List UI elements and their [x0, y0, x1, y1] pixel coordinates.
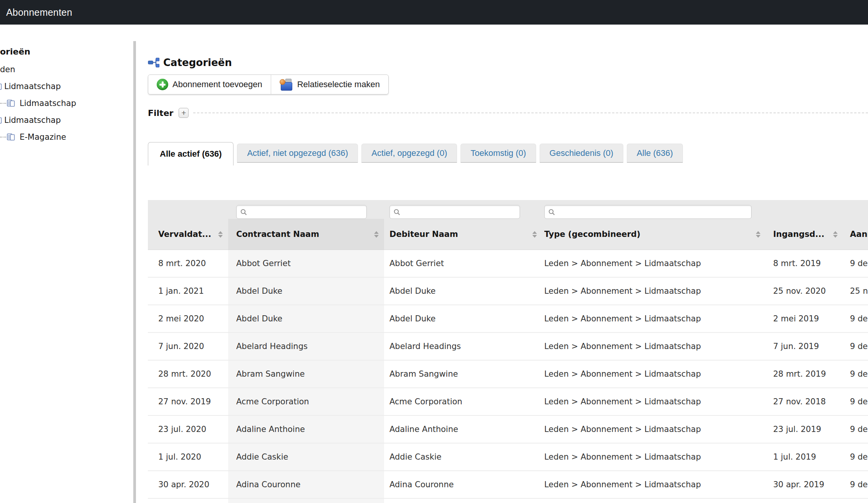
- column-header-vervaldatum[interactable]: Vervaldat...: [148, 219, 228, 250]
- status-tabs: Alle actief (636) Actief, niet opgezegd …: [148, 142, 868, 165]
- column-search-row: [148, 200, 868, 219]
- panel-resize-handle[interactable]: [133, 41, 136, 503]
- tree-branch-dots: [0, 103, 6, 104]
- column-header-contractant-naam[interactable]: Contractant Naam: [228, 219, 384, 250]
- column-header-row: Vervaldat... Contractant Naam Debiteur N…: [148, 219, 868, 250]
- tree-item-label: E-Magazine: [20, 132, 66, 142]
- filter-add-button[interactable]: +: [179, 108, 189, 118]
- table-header: Vervaldat... Contractant Naam Debiteur N…: [148, 200, 868, 250]
- category-tree-panel: orieën den Lidmaatschap Lidmaatschap: [0, 25, 133, 503]
- tree-item-label: den: [0, 65, 15, 74]
- section-heading: Categorieën: [148, 57, 868, 68]
- add-plus-icon: [157, 79, 168, 90]
- filter-dashed-divider: [193, 113, 868, 113]
- tab-geschiedenis[interactable]: Geschiedenis (0): [540, 144, 623, 163]
- sort-icon: [532, 231, 537, 238]
- table-row[interactable]: 7 jun. 2020 Abelard Headings Abelard Hea…: [148, 332, 868, 360]
- table-row[interactable]: 23 jul. 2020 Adaline Anthoine Adaline An…: [148, 415, 868, 443]
- subscriptions-table: Vervaldat... Contractant Naam Debiteur N…: [148, 200, 868, 503]
- tree-item-e-magazine[interactable]: E-Magazine: [0, 129, 133, 146]
- column-header-aanmaakdatum[interactable]: Aanm: [843, 219, 868, 250]
- tab-toekomstig[interactable]: Toekomstig (0): [461, 144, 536, 163]
- pages-icon: [0, 116, 2, 124]
- tab-actief-niet-opgezegd[interactable]: Actief, niet opgezegd (636): [237, 144, 358, 163]
- table-body: 8 mrt. 2020 Abbot Gerriet Abbot Gerriet …: [148, 250, 868, 503]
- sitemap-icon: [148, 57, 159, 68]
- make-relation-selection-button[interactable]: Relatieselectie maken: [271, 75, 388, 94]
- main-content: Categorieën Abonnement toevoegen Relatie…: [137, 25, 868, 503]
- table-row[interactable]: 27 nov. 2019 Acme Corporation Acme Corpo…: [148, 387, 868, 415]
- search-debiteur-input[interactable]: [389, 205, 520, 219]
- tree-item-lidmaatschap-1[interactable]: Lidmaatschap: [0, 78, 133, 95]
- sort-icon: [833, 231, 838, 238]
- table-row[interactable]: 30 jan. 2020 Agna Daft Agna Daft Leden >…: [148, 498, 868, 503]
- column-header-type[interactable]: Type (gecombineerd): [542, 219, 766, 250]
- search-type-input[interactable]: [544, 205, 752, 219]
- search-contractant-input[interactable]: [236, 205, 367, 219]
- plus-glyph-icon: +: [181, 108, 186, 117]
- tree-item-label: Lidmaatschap: [4, 116, 61, 125]
- column-header-ingangsdatum[interactable]: Ingangsd...: [766, 219, 843, 250]
- pages-icon: [7, 133, 15, 141]
- tab-alle[interactable]: Alle (636): [627, 144, 683, 163]
- tree-item-label: Lidmaatschap: [20, 99, 76, 108]
- page-title: Abonnementen: [6, 7, 72, 18]
- tree-heading: orieën: [0, 47, 133, 56]
- add-subscription-button[interactable]: Abonnement toevoegen: [148, 75, 271, 94]
- column-header-debiteur-naam[interactable]: Debiteur Naam: [384, 219, 542, 250]
- section-heading-title: Categorieën: [163, 57, 232, 68]
- table-row[interactable]: 2 mei 2020 Abdel Duke Abdel Duke Leden >…: [148, 304, 868, 332]
- filter-bar: Filter +: [148, 108, 868, 118]
- tree-item-lidmaatschap-2[interactable]: Lidmaatschap: [0, 95, 133, 112]
- table-row[interactable]: 28 mrt. 2020 Abram Sangwine Abram Sangwi…: [148, 360, 868, 387]
- tree-item-lidmaatschap-3[interactable]: Lidmaatschap: [0, 112, 133, 129]
- table-row[interactable]: 1 jan. 2021 Abdel Duke Abdel Duke Leden …: [148, 277, 868, 304]
- tree-item-label: Lidmaatschap: [4, 82, 61, 91]
- tree-item-leden[interactable]: den: [0, 61, 133, 78]
- table-row[interactable]: 30 apr. 2020 Adina Couronne Adina Couron…: [148, 470, 868, 498]
- pages-icon: [0, 83, 2, 90]
- pages-icon: [7, 99, 15, 107]
- sort-icon: [756, 231, 760, 238]
- add-subscription-label: Abonnement toevoegen: [172, 79, 262, 89]
- top-bar: Abonnementen: [0, 0, 868, 25]
- toolbar: Abonnement toevoegen Relatieselectie mak…: [148, 74, 389, 94]
- relation-selection-icon: [280, 79, 293, 91]
- sort-icon: [218, 231, 223, 238]
- tree-branch-dots: [0, 137, 6, 137]
- make-relation-selection-label: Relatieselectie maken: [297, 79, 380, 89]
- category-tree: den Lidmaatschap Lidmaatschap: [0, 61, 133, 146]
- sort-icon: [374, 231, 379, 238]
- table-row[interactable]: 1 jul. 2020 Addie Caskie Addie Caskie Le…: [148, 443, 868, 470]
- tab-alle-actief[interactable]: Alle actief (636): [148, 142, 234, 165]
- tab-actief-opgezegd[interactable]: Actief, opgezegd (0): [361, 144, 457, 163]
- filter-label: Filter: [148, 108, 173, 118]
- table-row[interactable]: 8 mrt. 2020 Abbot Gerriet Abbot Gerriet …: [148, 250, 868, 277]
